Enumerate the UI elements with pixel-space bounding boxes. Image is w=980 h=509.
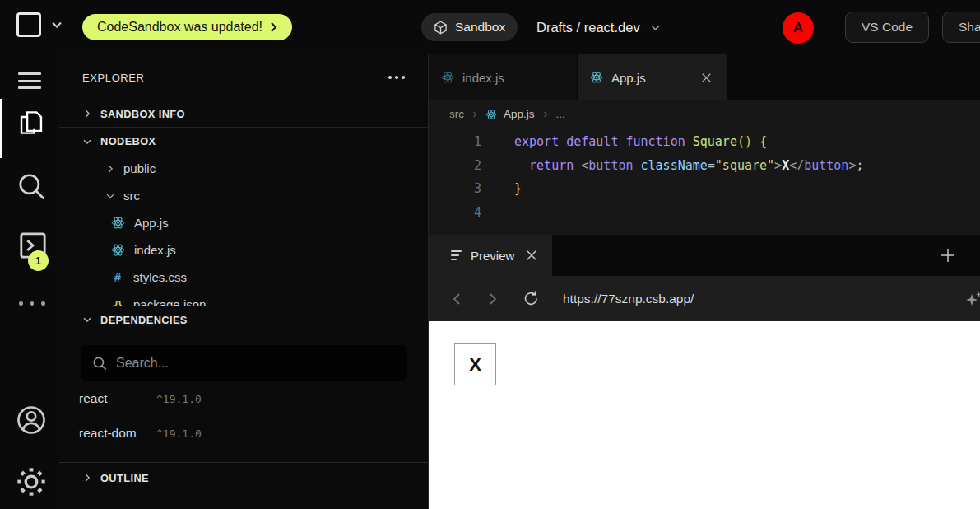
explorer-header: EXPLORER <box>59 54 428 100</box>
line-number: 2 <box>429 158 481 173</box>
editor-breadcrumb: src App.js ... <box>429 100 980 128</box>
explorer-more-button[interactable] <box>387 71 406 84</box>
close-icon <box>701 72 712 83</box>
file-label: package.json <box>133 297 206 306</box>
chevron-right-icon <box>105 163 116 175</box>
tab-label: index.js <box>462 71 504 85</box>
tree-folder-public[interactable]: public <box>59 155 428 182</box>
menu-button[interactable] <box>18 68 41 94</box>
back-button[interactable] <box>448 289 465 309</box>
preview-url: https://77sznp.csb.app/ <box>563 292 694 306</box>
section-label: NODEBOX <box>100 135 156 147</box>
share-button-label: Share <box>959 20 980 35</box>
codesandbox-logo-icon <box>16 12 41 37</box>
gear-icon <box>15 465 48 498</box>
banner-label: CodeSandbox was updated! <box>97 20 262 35</box>
breadcrumb-folder[interactable]: src <box>449 108 464 120</box>
settings-button[interactable] <box>15 465 48 501</box>
css-icon: # <box>111 270 124 284</box>
tree-file-styles-css[interactable]: # styles.css <box>59 264 428 291</box>
plus-icon <box>940 247 956 264</box>
tree-file-index-js[interactable]: index.js <box>59 236 428 264</box>
explorer-view-button[interactable] <box>17 107 45 141</box>
preview-tab-strip: Preview <box>429 235 980 276</box>
json-icon: {} <box>111 298 124 306</box>
preview-webview: X <box>429 321 980 509</box>
chevron-left-icon <box>450 291 463 307</box>
dependency-version: ^19.1.0 <box>148 427 202 440</box>
chevron-right-icon <box>486 291 499 307</box>
dependency-row-react-dom[interactable]: react-dom ^19.1.0 <box>59 416 428 451</box>
react-icon <box>111 216 125 230</box>
section-sandbox-info[interactable]: SANDBOX INFO <box>59 100 428 128</box>
forward-button[interactable] <box>485 289 501 309</box>
editor-column: index.js App.js src App.js ... 1 <box>429 54 980 509</box>
search-view-button[interactable] <box>16 171 48 205</box>
line-number: 1 <box>429 134 481 149</box>
file-label: index.js <box>134 243 176 257</box>
section-nodebox[interactable]: NODEBOX <box>59 128 428 155</box>
square-button-label: X <box>469 354 481 376</box>
square-app-button[interactable]: X <box>454 343 496 385</box>
section-label: DEPENDENCIES <box>100 314 188 326</box>
close-tab-button[interactable] <box>699 70 714 86</box>
section-outline[interactable]: OUTLINE <box>59 462 428 493</box>
folder-label: public <box>123 161 156 175</box>
tree-file-app-js[interactable]: App.js <box>59 209 428 236</box>
layout-button[interactable] <box>972 245 980 265</box>
chevron-down-icon <box>51 21 63 29</box>
refresh-icon <box>523 290 540 307</box>
vscode-button-label: VS Code <box>862 20 913 35</box>
more-views-button[interactable] <box>19 301 45 306</box>
sparkle-icon <box>964 289 980 309</box>
explorer-title: EXPLORER <box>82 72 145 84</box>
react-icon <box>111 243 125 257</box>
address-bar[interactable]: https://77sznp.csb.app/ <box>563 292 694 306</box>
share-button[interactable]: Share <box>942 12 980 43</box>
chevron-down-icon <box>650 24 661 31</box>
tree-file-package-json[interactable]: {} package.json <box>59 291 428 306</box>
breadcrumb-text: Drafts / react.dev <box>536 20 640 35</box>
open-vscode-button[interactable]: VS Code <box>845 12 929 43</box>
preview-strip-actions <box>552 235 980 276</box>
ai-sparkle-button[interactable] <box>963 287 980 311</box>
dependency-search-input[interactable] <box>116 356 396 371</box>
section-label: OUTLINE <box>100 472 149 484</box>
project-breadcrumb[interactable]: Drafts / react.dev <box>536 0 661 54</box>
avatar[interactable]: A <box>783 12 814 44</box>
breadcrumb-more[interactable]: ... <box>556 108 565 120</box>
sandbox-type-badge[interactable]: Sandbox <box>421 13 518 41</box>
dependency-row-react[interactable]: react ^19.1.0 <box>59 381 428 416</box>
workspace-menu-button[interactable] <box>16 12 63 37</box>
search-icon <box>16 171 48 203</box>
close-preview-button[interactable] <box>523 247 540 264</box>
avatar-letter: A <box>793 20 803 36</box>
line-number: 4 <box>429 205 481 220</box>
tab-index-js[interactable]: index.js <box>429 54 578 100</box>
dependency-search <box>81 345 407 381</box>
tab-app-js[interactable]: App.js <box>578 54 727 100</box>
react-icon <box>485 109 497 120</box>
refresh-button[interactable] <box>521 288 541 309</box>
tab-label: App.js <box>611 71 646 85</box>
add-tab-button[interactable] <box>938 245 958 265</box>
react-icon <box>441 71 454 84</box>
chevron-down-icon <box>105 190 116 202</box>
react-icon <box>590 71 603 84</box>
section-dependencies[interactable]: DEPENDENCIES <box>59 306 428 333</box>
breadcrumb-file[interactable]: App.js <box>504 108 535 120</box>
file-label: App.js <box>134 216 169 230</box>
sandbox-badge-label: Sandbox <box>455 20 505 35</box>
active-view-indicator <box>0 99 2 158</box>
preview-tab-label: Preview <box>471 249 514 263</box>
search-icon <box>92 356 108 371</box>
dependency-version: ^19.1.0 <box>148 393 202 405</box>
code-editor[interactable]: 1 export default function Square() { 2 r… <box>429 128 980 235</box>
tab-preview[interactable]: Preview <box>439 235 552 276</box>
cube-icon <box>434 21 448 35</box>
tree-folder-src[interactable]: src <box>59 182 428 209</box>
files-icon <box>17 107 45 138</box>
update-banner-button[interactable]: CodeSandbox was updated! <box>82 14 292 40</box>
account-button[interactable] <box>15 404 48 439</box>
section-label: SANDBOX INFO <box>100 108 185 120</box>
